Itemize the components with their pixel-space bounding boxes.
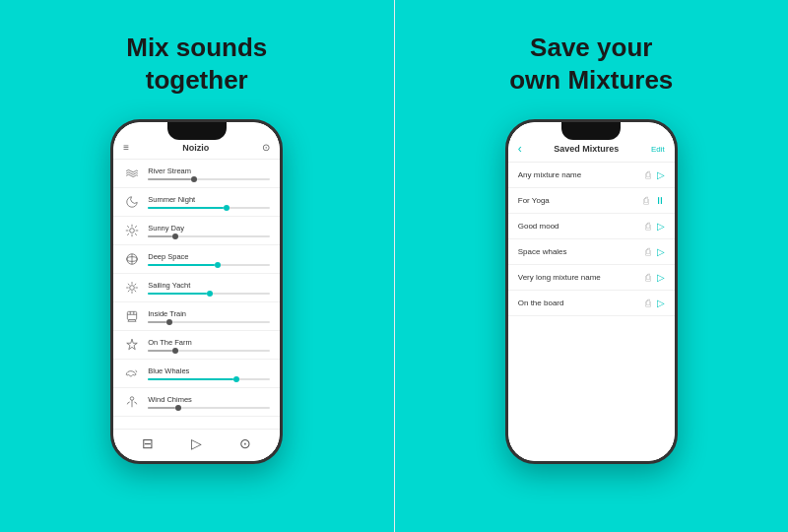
summer-night-icon (123, 193, 141, 211)
sound-item-on-the-farm[interactable]: On The Farm (113, 331, 280, 360)
mixture-actions-good-mood: ⎙ ▷ (645, 221, 665, 232)
play-icon-space-whales[interactable]: ▷ (657, 246, 665, 257)
sound-item-summer-night[interactable]: Summer Night (113, 188, 280, 217)
svg-point-12 (130, 286, 135, 291)
on-the-farm-icon (123, 336, 141, 354)
river-stream-name: River Stream (148, 166, 270, 175)
deep-space-name: Deep Space (148, 252, 270, 261)
settings-icon[interactable]: ⊙ (262, 142, 270, 153)
sound-item-deep-space[interactable]: Deep Space (113, 245, 280, 274)
right-heading-line2: own Mixtures (509, 65, 673, 95)
play-icon-bottom[interactable]: ▷ (191, 435, 202, 451)
svg-rect-13 (128, 311, 137, 319)
mixture-actions-space-whales: ⎙ ▷ (645, 246, 665, 257)
right-heading-line1: Save your (530, 33, 652, 62)
left-heading-line2: together (146, 65, 248, 95)
back-button[interactable]: ‹ (518, 142, 522, 156)
sailing-yacht-icon (123, 279, 141, 297)
share-icon-good-mood[interactable]: ⎙ (645, 221, 651, 232)
sunny-day-slider[interactable] (148, 235, 270, 237)
mixture-name-space-whales: Space whales (518, 247, 645, 256)
on-the-farm-name: On The Farm (148, 338, 270, 347)
svg-line-7 (128, 233, 129, 234)
deep-space-slider[interactable] (148, 264, 270, 266)
left-phone-screen: ≡ Noizio ⊙ River Stream (113, 122, 280, 461)
sailing-yacht-info: Sailing Yacht (148, 281, 270, 295)
sound-item-inside-train[interactable]: Inside Train (113, 302, 280, 331)
inside-train-name: Inside Train (148, 309, 270, 318)
inside-train-icon (123, 307, 141, 325)
summer-night-name: Summer Night (148, 195, 270, 204)
right-phone: ‹ Saved Mixtures Edit Any mixture name ⎙… (505, 119, 678, 464)
mixture-name-very-long: Very long mixture name (518, 273, 645, 282)
mixture-item-yoga[interactable]: For Yoga ⎙ ⏸ (508, 188, 675, 214)
share-icon-on-the-board[interactable]: ⎙ (645, 298, 651, 308)
svg-point-0 (130, 229, 135, 233)
wind-chimes-name: Wind Chimes (148, 395, 270, 404)
svg-point-18 (131, 397, 135, 401)
on-the-farm-info: On The Farm (148, 338, 270, 352)
mixture-item-on-the-board[interactable]: On the board ⎙ ▷ (508, 291, 675, 316)
edit-button[interactable]: Edit (651, 145, 665, 154)
mixture-list: Any mixture name ⎙ ▷ For Yoga ⎙ ⏸ Good m… (508, 163, 675, 461)
play-icon-good-mood[interactable]: ▷ (657, 221, 665, 232)
sound-item-river-stream[interactable]: River Stream (113, 160, 280, 188)
sound-list: River Stream Summer Night (113, 160, 280, 429)
blue-whales-slider[interactable] (148, 378, 270, 380)
on-the-farm-slider[interactable] (148, 350, 270, 352)
phone-notch-left (167, 122, 227, 140)
right-heading: Save your own Mixtures (509, 32, 673, 96)
sunny-day-name: Sunny Day (148, 224, 270, 233)
summer-night-info: Summer Night (148, 195, 270, 209)
phone-notch-right (561, 122, 621, 140)
left-bottom-bar: ⊟ ▷ ⊙ (113, 429, 280, 461)
mixture-item-any[interactable]: Any mixture name ⎙ ▷ (508, 163, 675, 188)
pause-icon-yoga[interactable]: ⏸ (655, 195, 665, 206)
mixture-item-very-long[interactable]: Very long mixture name ⎙ ▷ (508, 265, 675, 291)
play-icon-very-long[interactable]: ▷ (657, 272, 665, 283)
inside-train-info: Inside Train (148, 309, 270, 323)
mixture-name-good-mood: Good mood (518, 222, 645, 231)
deep-space-info: Deep Space (148, 252, 270, 266)
left-heading: Mix sounds together (126, 32, 267, 96)
share-icon-yoga[interactable]: ⎙ (643, 195, 649, 206)
mixture-actions-yoga: ⎙ ⏸ (643, 195, 665, 206)
mixture-actions-very-long: ⎙ ▷ (645, 272, 665, 283)
share-icon-very-long[interactable]: ⎙ (645, 272, 651, 283)
sound-item-sailing-yacht[interactable]: Sailing Yacht (113, 274, 280, 302)
blue-whales-icon (123, 365, 141, 382)
sound-item-sunny-day[interactable]: Sunny Day (113, 217, 280, 245)
share-icon-any[interactable]: ⎙ (645, 169, 651, 180)
svg-line-4 (136, 233, 137, 234)
play-icon-on-the-board[interactable]: ▷ (657, 298, 665, 308)
left-panel: Mix sounds together ≡ Noizio ⊙ River Str… (0, 0, 394, 532)
river-stream-slider[interactable] (148, 178, 270, 180)
left-phone: ≡ Noizio ⊙ River Stream (110, 119, 283, 464)
deep-space-icon (123, 250, 141, 268)
right-panel: Save your own Mixtures ‹ Saved Mixtures … (395, 0, 789, 532)
summer-night-slider[interactable] (148, 207, 270, 209)
mixture-item-space-whales[interactable]: Space whales ⎙ ▷ (508, 239, 675, 265)
blue-whales-name: Blue Whales (148, 366, 270, 375)
play-icon-any[interactable]: ▷ (657, 169, 665, 180)
share-icon-space-whales[interactable]: ⎙ (645, 246, 651, 257)
mixtures-title: Saved Mixtures (554, 144, 619, 154)
river-stream-icon (123, 165, 141, 182)
app-title: Noizio (182, 143, 209, 153)
svg-line-3 (128, 226, 129, 227)
menu-icon[interactable]: ≡ (123, 142, 129, 153)
inside-train-slider[interactable] (148, 321, 270, 323)
mixture-actions-any: ⎙ ▷ (645, 169, 665, 180)
sailing-yacht-slider[interactable] (148, 293, 270, 295)
bookmark-icon[interactable]: ⊟ (142, 435, 154, 451)
right-phone-screen: ‹ Saved Mixtures Edit Any mixture name ⎙… (508, 122, 675, 461)
wind-chimes-slider[interactable] (148, 407, 270, 409)
river-stream-info: River Stream (148, 166, 270, 180)
sound-item-wind-chimes[interactable]: Wind Chimes (113, 388, 280, 417)
clock-icon[interactable]: ⊙ (239, 435, 251, 451)
sailing-yacht-name: Sailing Yacht (148, 281, 270, 290)
mixture-name-on-the-board: On the board (518, 299, 645, 307)
svg-line-8 (136, 226, 137, 227)
mixture-item-good-mood[interactable]: Good mood ⎙ ▷ (508, 214, 675, 239)
sound-item-blue-whales[interactable]: Blue Whales (113, 360, 280, 388)
